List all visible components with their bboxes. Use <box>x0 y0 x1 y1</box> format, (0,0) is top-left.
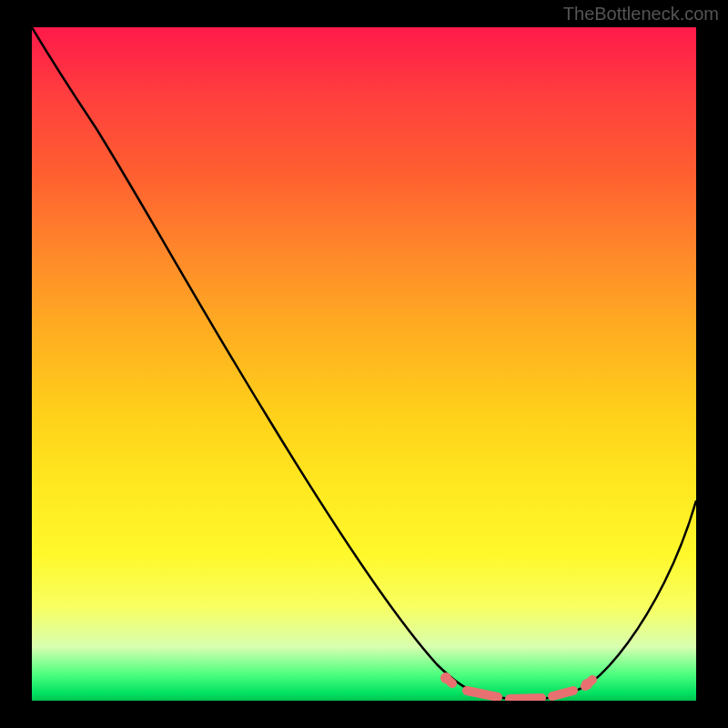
watermark-text: TheBottleneck.com <box>563 4 719 25</box>
marker-seg-3 <box>510 698 541 699</box>
marker-seg-5 <box>585 680 592 686</box>
marker-seg-2 <box>467 691 498 697</box>
bottleneck-curve-path <box>32 27 696 699</box>
chart-plot-area <box>32 27 696 701</box>
marker-seg-4 <box>552 691 573 696</box>
marker-dot-1 <box>440 672 451 683</box>
curve-svg <box>32 27 696 701</box>
